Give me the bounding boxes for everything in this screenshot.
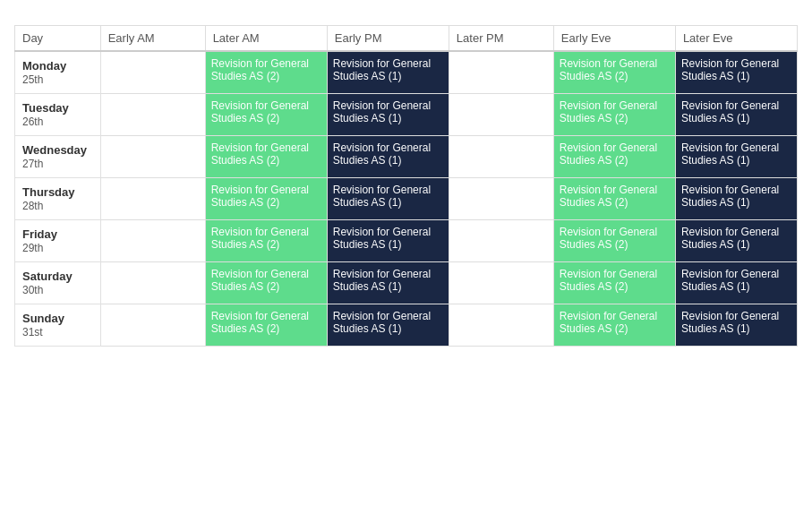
early-pm-cell[interactable]: Revision for General Studies AS (1) [327,178,449,220]
later-am-cell[interactable]: Revision for General Studies AS (2) [205,51,327,94]
table-row: Tuesday26thRevision for General Studies … [15,94,798,136]
early-am-cell [100,51,205,94]
table-row: Sunday31stRevision for General Studies A… [15,304,798,347]
table-row: Friday29thRevision for General Studies A… [15,220,798,262]
early-eve-cell[interactable]: Revision for General Studies AS (2) [553,178,675,220]
later-pm-cell [449,178,553,220]
early-am-cell [100,262,205,304]
day-cell: Thursday28th [15,178,101,220]
early-pm-cell[interactable]: Revision for General Studies AS (1) [327,262,449,304]
day-cell: Friday29th [15,220,101,262]
day-date: 30th [22,284,43,296]
early-am-cell [100,136,205,178]
column-header-later-am: Later AM [205,26,327,52]
early-pm-cell[interactable]: Revision for General Studies AS (1) [327,94,449,136]
later-am-cell[interactable]: Revision for General Studies AS (2) [205,178,327,220]
early-eve-cell[interactable]: Revision for General Studies AS (2) [553,220,675,262]
later-am-cell[interactable]: Revision for General Studies AS (2) [205,304,327,347]
day-date: 29th [22,242,43,254]
later-eve-cell[interactable]: Revision for General Studies AS (1) [675,51,797,94]
later-am-cell[interactable]: Revision for General Studies AS (2) [205,220,327,262]
day-name: Tuesday [22,101,69,115]
later-am-cell[interactable]: Revision for General Studies AS (2) [205,94,327,136]
early-eve-cell[interactable]: Revision for General Studies AS (2) [553,136,675,178]
early-eve-cell[interactable]: Revision for General Studies AS (2) [553,304,675,347]
table-row: Wednesday27thRevision for General Studie… [15,136,798,178]
later-am-cell[interactable]: Revision for General Studies AS (2) [205,262,327,304]
day-date: 25th [22,73,43,86]
table-row: Thursday28thRevision for General Studies… [15,178,798,220]
column-header-early-pm: Early PM [327,26,449,52]
early-eve-cell[interactable]: Revision for General Studies AS (2) [553,262,675,304]
day-date: 26th [22,116,43,128]
later-eve-cell[interactable]: Revision for General Studies AS (1) [675,178,797,220]
day-date: 31st [22,326,43,338]
day-name: Friday [22,227,57,241]
early-pm-cell[interactable]: Revision for General Studies AS (1) [327,220,449,262]
later-eve-cell[interactable]: Revision for General Studies AS (1) [675,220,797,262]
table-row: Monday25thRevision for General Studies A… [15,51,798,94]
early-eve-cell[interactable]: Revision for General Studies AS (2) [553,94,675,136]
day-name: Thursday [22,185,75,199]
day-cell: Saturday30th [15,262,101,304]
column-header-early-am: Early AM [100,26,205,52]
early-pm-cell[interactable]: Revision for General Studies AS (1) [327,136,449,178]
column-header-later-eve: Later Eve [675,26,797,52]
early-am-cell [100,178,205,220]
early-am-cell [100,220,205,262]
early-eve-cell[interactable]: Revision for General Studies AS (2) [553,51,675,94]
day-date: 27th [22,158,43,170]
day-name: Wednesday [22,143,87,157]
early-pm-cell[interactable]: Revision for General Studies AS (1) [327,304,449,347]
schedule-table: DayEarly AMLater AMEarly PMLater PMEarly… [14,25,798,347]
column-header-early-eve: Early Eve [553,26,675,52]
day-name: Saturday [22,270,73,283]
early-am-cell [100,304,205,347]
column-header-later-pm: Later PM [449,26,553,52]
day-cell: Wednesday27th [15,136,101,178]
later-eve-cell[interactable]: Revision for General Studies AS (1) [675,94,797,136]
day-name: Sunday [22,312,64,325]
day-name: Monday [22,59,66,73]
day-cell: Monday25th [15,51,101,94]
later-pm-cell [449,304,553,347]
later-pm-cell [449,262,553,304]
early-pm-cell[interactable]: Revision for General Studies AS (1) [327,51,449,94]
later-eve-cell[interactable]: Revision for General Studies AS (1) [675,136,797,178]
day-date: 28th [22,200,43,212]
later-eve-cell[interactable]: Revision for General Studies AS (1) [675,304,797,347]
later-am-cell[interactable]: Revision for General Studies AS (2) [205,136,327,178]
table-row: Saturday30thRevision for General Studies… [15,262,798,304]
day-cell: Tuesday26th [15,94,101,136]
later-pm-cell [449,136,553,178]
day-cell: Sunday31st [15,304,101,347]
column-header-day: Day [15,26,101,52]
later-pm-cell [449,220,553,262]
early-am-cell [100,94,205,136]
later-pm-cell [449,94,553,136]
later-pm-cell [449,51,553,94]
later-eve-cell[interactable]: Revision for General Studies AS (1) [675,262,797,304]
